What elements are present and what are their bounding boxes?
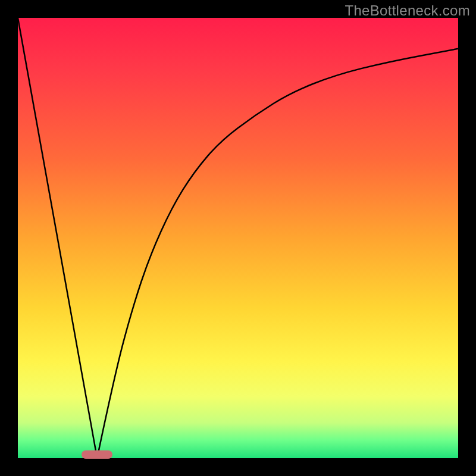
optimum-marker [82, 450, 112, 459]
bottleneck-curve [18, 18, 458, 458]
chart-frame: TheBottleneck.com [0, 0, 476, 476]
curve-left-branch [18, 18, 97, 458]
plot-area [18, 18, 458, 458]
curve-right-branch [97, 49, 458, 458]
watermark-text: TheBottleneck.com [345, 2, 470, 19]
